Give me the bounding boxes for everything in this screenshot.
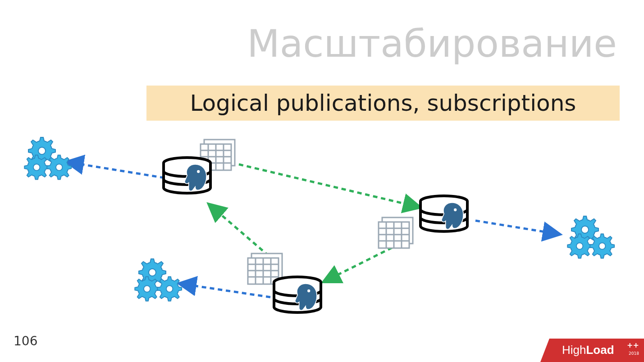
logo-text-light: High bbox=[562, 343, 586, 357]
svg-point-36 bbox=[307, 290, 310, 292]
svg-point-2 bbox=[56, 164, 62, 170]
arrow-db-bot-to-gears-bl bbox=[180, 284, 270, 297]
table-icon bbox=[379, 217, 413, 248]
arrow-table-top-to-db-right bbox=[239, 164, 419, 207]
svg-point-4 bbox=[144, 285, 150, 292]
database-icon bbox=[274, 277, 321, 312]
svg-point-6 bbox=[581, 226, 589, 233]
database-icon bbox=[164, 158, 210, 193]
arrow-db-top-to-gears-tl bbox=[68, 162, 164, 178]
logo-text-bold: Load bbox=[586, 343, 614, 357]
highload-logo: HighLoad ++ 2018 bbox=[540, 335, 644, 362]
svg-point-8 bbox=[599, 243, 605, 249]
svg-text:HighLoad: HighLoad bbox=[562, 343, 614, 357]
svg-point-3 bbox=[149, 269, 156, 276]
arrow-table-bot-to-db-top bbox=[210, 205, 275, 261]
svg-point-38 bbox=[454, 208, 457, 211]
arrow-table-right-to-db-bot bbox=[324, 248, 392, 281]
arrow-db-right-to-gears-r bbox=[475, 221, 559, 234]
svg-point-0 bbox=[38, 147, 46, 154]
svg-point-34 bbox=[197, 170, 200, 173]
gears-icon bbox=[567, 216, 614, 258]
logo-year: 2018 bbox=[629, 351, 639, 356]
svg-point-5 bbox=[166, 285, 173, 292]
svg-point-1 bbox=[33, 164, 40, 170]
gears-icon bbox=[24, 137, 71, 180]
gears-icon bbox=[135, 259, 182, 301]
architecture-diagram bbox=[0, 0, 644, 362]
database-icon bbox=[420, 196, 467, 231]
logo-suffix: ++ bbox=[627, 341, 639, 349]
svg-point-7 bbox=[576, 243, 583, 249]
